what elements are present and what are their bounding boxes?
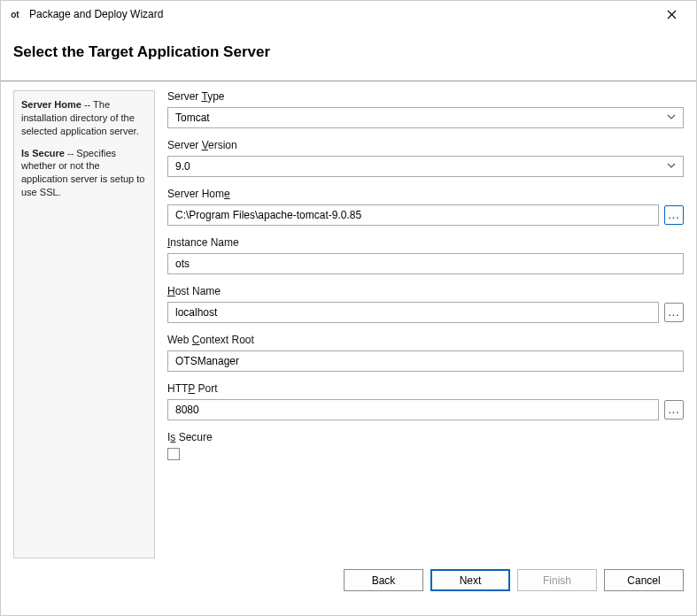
label-is-secure: Is Secure	[167, 431, 684, 443]
finish-button: Finish	[517, 569, 597, 591]
label-instance-name: Instance Name	[167, 236, 684, 249]
field-server-home: Server Home ...	[167, 188, 684, 226]
next-button[interactable]: Next	[430, 569, 510, 591]
cancel-button[interactable]: Cancel	[604, 569, 684, 591]
field-server-version: Server Version 9.0	[167, 139, 684, 177]
browse-http-port-button[interactable]: ...	[664, 400, 684, 420]
help-sidebar: Server Home -- The installation director…	[13, 90, 155, 558]
content-area: Server Home -- The installation director…	[1, 81, 696, 558]
label-server-type: Server Type	[167, 90, 684, 103]
input-server-home[interactable]	[167, 204, 659, 226]
chevron-down-icon	[667, 160, 676, 173]
page-title: Select the Target Application Server	[13, 43, 684, 61]
select-server-version-value: 9.0	[175, 160, 190, 173]
close-icon	[667, 10, 677, 19]
help-server-home: Server Home -- The installation director…	[21, 98, 147, 138]
title-bar: ot Package and Deploy Wizard	[1, 1, 696, 27]
window-title: Package and Deploy Wizard	[29, 8, 654, 20]
field-host-name: Host Name ...	[167, 285, 684, 323]
input-instance-name[interactable]	[167, 253, 684, 274]
field-http-port: HTTP Port ...	[167, 382, 684, 420]
field-instance-name: Instance Name	[167, 236, 684, 274]
form-panel: Server Type Tomcat Server Version 9.0 Se…	[155, 90, 684, 558]
browse-server-home-button[interactable]: ...	[664, 205, 684, 225]
wizard-header: Select the Target Application Server	[1, 27, 696, 81]
back-button[interactable]: Back	[344, 569, 423, 591]
input-web-context-root[interactable]	[167, 350, 684, 372]
select-server-type-value: Tomcat	[175, 112, 210, 124]
help-is-secure: Is Secure -- Specifies whether or not th…	[21, 147, 147, 199]
browse-host-name-button[interactable]: ...	[664, 303, 684, 322]
close-button[interactable]	[654, 2, 689, 27]
field-server-type: Server Type Tomcat	[167, 90, 684, 128]
wizard-footer: Back Next Finish Cancel	[1, 558, 696, 604]
chevron-down-icon	[667, 112, 676, 124]
checkbox-is-secure[interactable]	[167, 448, 180, 460]
input-http-port[interactable]	[167, 399, 659, 420]
label-http-port: HTTP Port	[167, 382, 684, 395]
select-server-type[interactable]: Tomcat	[167, 107, 684, 128]
label-web-context-root: Web Context Root	[167, 334, 684, 346]
app-icon: ot	[8, 7, 22, 21]
field-web-context-root: Web Context Root	[167, 334, 684, 372]
label-host-name: Host Name	[167, 285, 684, 297]
label-server-home: Server Home	[167, 188, 684, 200]
select-server-version[interactable]: 9.0	[167, 156, 684, 177]
field-is-secure: Is Secure	[167, 431, 684, 460]
input-host-name[interactable]	[167, 302, 659, 323]
label-server-version: Server Version	[167, 139, 684, 151]
